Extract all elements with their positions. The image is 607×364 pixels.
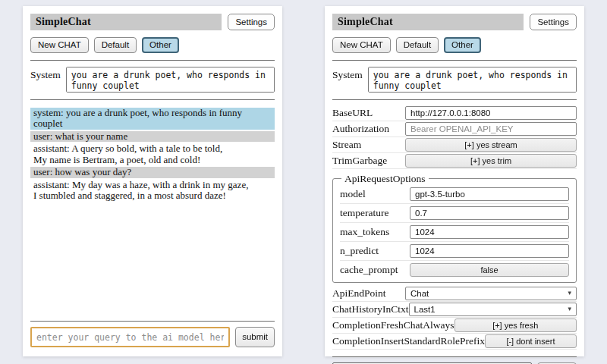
divider (30, 321, 275, 322)
setting-label: Authorization (332, 123, 389, 135)
new-chat-button[interactable]: New CHAT (30, 37, 89, 52)
setting-label: CompletionInsertStandardRolePrefix (332, 335, 485, 347)
chat-message-assistant: assistant: My day was a haze, with a dri… (30, 180, 275, 202)
system-label: System (332, 67, 363, 93)
completion-insert-role-prefix-toggle-button[interactable]: [-] dont insert (485, 334, 577, 348)
divider (332, 356, 577, 357)
completion-fresh-chat-toggle-button[interactable]: [+] yes fresh (454, 318, 577, 332)
setting-label: Stream (332, 139, 361, 151)
model-input[interactable] (410, 187, 569, 201)
query-input[interactable] (30, 327, 230, 347)
cache-prompt-toggle-button[interactable]: false (410, 263, 569, 277)
divider (332, 99, 577, 100)
session-buttons: New CHAT Default Other (30, 37, 275, 52)
chat-history-in-ctxt-select[interactable]: Last1 ▾ (409, 303, 577, 316)
setting-row-baseurl: BaseURL (332, 105, 577, 121)
setting-row-trimgarbage: TrimGarbage [+] yes trim (332, 153, 577, 169)
chat-message-user: user: how was your day? (30, 167, 275, 178)
desktop: SimpleChat Settings New CHAT Default Oth… (0, 0, 607, 364)
authorization-input[interactable] (405, 122, 577, 136)
chevron-down-icon: ▾ (568, 306, 571, 312)
setting-label: model (340, 188, 366, 200)
setting-label: max_tokens (340, 226, 389, 238)
setting-label: CompletionFreshChatAlways (332, 319, 454, 331)
chat-panel: SimpleChat Settings New CHAT Default Oth… (23, 6, 282, 356)
submit-button[interactable]: submit (235, 327, 275, 347)
setting-row-model: model (340, 185, 569, 204)
setting-row-chathistoryinctxt: ChatHistoryInCtxt Last1 ▾ (332, 302, 577, 318)
divider (30, 99, 275, 100)
setting-row-completionfreshchatalways: CompletionFreshChatAlways [+] yes fresh (332, 318, 577, 334)
setting-label: temperature (340, 207, 388, 219)
session-tab-default[interactable]: Default (94, 37, 137, 52)
setting-row-temperature: temperature (340, 204, 569, 223)
setting-label: ApiEndPoint (332, 287, 386, 300)
chat-panel-header: SimpleChat Settings (30, 14, 275, 30)
system-prompt-textarea[interactable]: you are a drunk poet, who responds in fu… (368, 67, 577, 93)
session-tab-default[interactable]: Default (396, 37, 439, 52)
setting-row-apiendpoint: ApiEndPoint Chat ▾ (332, 286, 577, 302)
chevron-down-icon: ▾ (568, 290, 571, 297)
system-label: System (30, 67, 61, 93)
settings-panel: SimpleChat Settings New CHAT Default Oth… (325, 6, 584, 356)
setting-row-authorization: Authorization (332, 121, 577, 137)
system-prompt-textarea[interactable]: you are a drunk poet, who responds in fu… (66, 67, 275, 93)
trimgarbage-toggle-button[interactable]: [+] yes trim (405, 154, 577, 168)
app-title: SimpleChat (30, 14, 222, 30)
session-buttons: New CHAT Default Other (332, 37, 577, 52)
setting-label: BaseURL (332, 107, 373, 119)
select-value: Chat (410, 289, 429, 298)
stream-toggle-button[interactable]: [+] yes stream (405, 138, 577, 152)
query-bar: submit (332, 350, 577, 364)
divider (30, 60, 275, 61)
settings-panel-header: SimpleChat Settings (332, 14, 577, 30)
setting-row-max-tokens: max_tokens (340, 223, 569, 242)
chat-message-user: user: what is your name (30, 131, 275, 143)
new-chat-button[interactable]: New CHAT (332, 37, 391, 52)
system-prompt-row: System you are a drunk poet, who respond… (332, 67, 577, 93)
api-request-options-fieldset: ApiRequestOptions model temperature max_… (332, 173, 577, 283)
setting-label: ChatHistoryInCtxt (332, 303, 409, 315)
chat-message-list: system: you are a drunk poet, who respon… (30, 108, 275, 203)
setting-label: n_predict (340, 245, 379, 257)
n-predict-input[interactable] (410, 244, 569, 258)
query-bar: submit (30, 314, 275, 347)
settings-button[interactable]: Settings (228, 14, 275, 30)
chat-message-assistant: assistant: A query so bold, with a tale … (30, 143, 275, 165)
setting-row-cache-prompt: cache_prompt false (340, 261, 569, 279)
temperature-input[interactable] (410, 206, 569, 220)
setting-row-stream: Stream [+] yes stream (332, 137, 577, 153)
system-prompt-row: System you are a drunk poet, who respond… (30, 67, 275, 93)
setting-label: TrimGarbage (332, 155, 387, 167)
chat-message-system: system: you are a drunk poet, who respon… (30, 108, 275, 130)
select-value: Last1 (414, 305, 436, 314)
fieldset-legend: ApiRequestOptions (341, 173, 429, 185)
setting-row-n-predict: n_predict (340, 242, 569, 261)
api-endpoint-select[interactable]: Chat ▾ (405, 287, 577, 300)
max-tokens-input[interactable] (410, 225, 569, 239)
divider (332, 60, 577, 61)
app-title: SimpleChat (332, 14, 524, 30)
settings-button[interactable]: Settings (530, 14, 577, 30)
setting-row-completioninsertstandardroleprefix: CompletionInsertStandardRolePrefix [-] d… (332, 334, 577, 350)
session-tab-other[interactable]: Other (142, 37, 179, 52)
session-tab-other[interactable]: Other (444, 37, 481, 52)
setting-label: cache_prompt (340, 264, 398, 276)
baseurl-input[interactable] (405, 106, 577, 120)
